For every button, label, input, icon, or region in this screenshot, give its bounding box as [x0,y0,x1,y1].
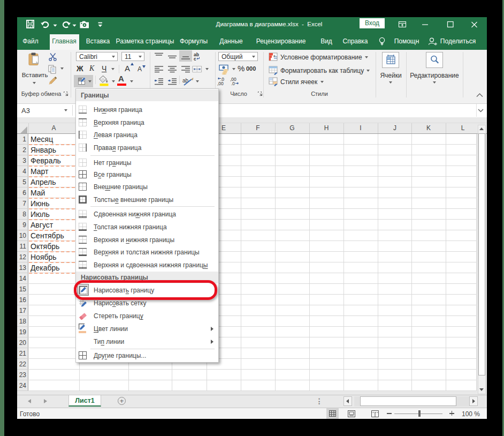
svg-text:c: c [194,56,196,62]
svg-text:≠: ≠ [273,54,276,58]
svg-text:.0: .0 [231,81,235,86]
svg-text:,00: ,00 [217,81,224,86]
